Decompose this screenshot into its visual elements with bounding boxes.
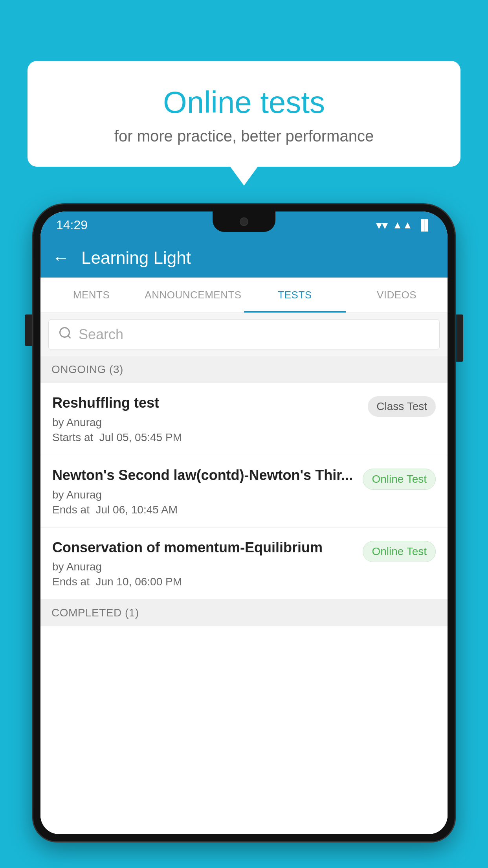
test-info-2: Newton's Second law(contd)-Newton's Thir… (52, 466, 355, 516)
wifi-icon: ▾▾ (376, 218, 388, 232)
app-header-title: Learning Light (81, 248, 191, 268)
search-bar-container: Search (40, 313, 448, 356)
test-badge-2: Online Test (363, 469, 436, 490)
phone-screen: 14:29 ▾▾ ▲▲ ▐▌ ← Learning Light MENTS (40, 211, 448, 834)
test-badge-3: Online Test (363, 541, 436, 562)
ongoing-section-header: ONGOING (3) (40, 356, 448, 383)
test-list: Reshuffling test by Anurag Starts at Jul… (40, 383, 448, 834)
tabs-container: MENTS ANNOUNCEMENTS TESTS VIDEOS (40, 278, 448, 313)
completed-section-header: COMPLETED (1) (40, 600, 448, 626)
battery-icon: ▐▌ (417, 219, 432, 231)
speech-bubble-container: Online tests for more practice, better p… (28, 61, 460, 167)
test-name-1: Reshuffling test (52, 394, 360, 412)
status-icons: ▾▾ ▲▲ ▐▌ (376, 218, 432, 232)
test-name-3: Conservation of momentum-Equilibrium (52, 539, 355, 557)
test-time-1: Starts at Jul 05, 05:45 PM (52, 431, 360, 444)
test-by-1: by Anurag (52, 416, 360, 429)
speech-bubble: Online tests for more practice, better p… (28, 61, 460, 167)
tab-announcements[interactable]: ANNOUNCEMENTS (142, 278, 244, 313)
test-item-3[interactable]: Conservation of momentum-Equilibrium by … (40, 528, 448, 600)
test-time-3: Ends at Jun 10, 06:00 PM (52, 576, 355, 588)
svg-line-1 (68, 335, 71, 338)
test-info-1: Reshuffling test by Anurag Starts at Jul… (52, 394, 360, 444)
bubble-title: Online tests (47, 85, 441, 120)
test-item-1[interactable]: Reshuffling test by Anurag Starts at Jul… (40, 383, 448, 455)
phone-outer: 14:29 ▾▾ ▲▲ ▐▌ ← Learning Light MENTS (33, 204, 455, 841)
test-by-2: by Anurag (52, 489, 355, 501)
phone-notch (213, 211, 275, 232)
search-icon (58, 326, 72, 344)
search-placeholder: Search (79, 326, 123, 343)
tab-videos[interactable]: VIDEOS (346, 278, 448, 313)
test-by-3: by Anurag (52, 561, 355, 573)
search-bar[interactable]: Search (48, 319, 440, 350)
test-time-2: Ends at Jul 06, 10:45 AM (52, 504, 355, 516)
test-badge-1: Class Test (368, 396, 436, 417)
test-name-2: Newton's Second law(contd)-Newton's Thir… (52, 466, 355, 485)
signal-icon: ▲▲ (393, 219, 413, 231)
bubble-subtitle: for more practice, better performance (47, 127, 441, 145)
back-button[interactable]: ← (52, 249, 70, 267)
app-header: ← Learning Light (40, 238, 448, 278)
phone-frame: 14:29 ▾▾ ▲▲ ▐▌ ← Learning Light MENTS (33, 204, 455, 868)
test-info-3: Conservation of momentum-Equilibrium by … (52, 539, 355, 588)
test-item-2[interactable]: Newton's Second law(contd)-Newton's Thir… (40, 455, 448, 528)
svg-point-0 (60, 327, 70, 337)
tab-ments[interactable]: MENTS (40, 278, 142, 313)
front-camera (240, 217, 248, 226)
tab-tests[interactable]: TESTS (244, 278, 346, 313)
status-time: 14:29 (56, 218, 88, 232)
